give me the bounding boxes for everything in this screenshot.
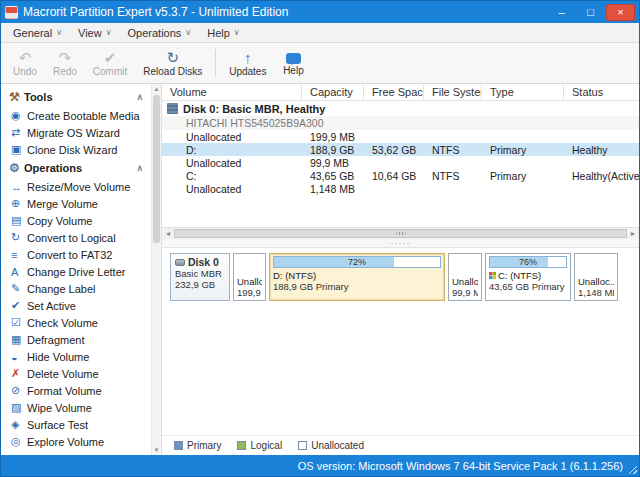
maximize-button[interactable]: □ <box>577 4 604 21</box>
undo-button[interactable]: ↶ Undo <box>5 43 45 83</box>
table-row-c[interactable]: C: 43,65 GB 10,64 GB NTFS Primary Health… <box>162 169 639 182</box>
menu-help[interactable]: Help ∨ <box>199 23 247 42</box>
sidebar-item-format-volume[interactable]: ⊘ Format Volume <box>1 382 151 399</box>
sidebar-item-resize-move-volume[interactable]: ↔ Resize/Move Volume <box>1 178 151 195</box>
menu-general[interactable]: General ∨ <box>5 23 70 42</box>
table-row-unallocated-3[interactable]: Unallocated 1,148 MB <box>162 182 639 195</box>
system-drive-icon <box>489 272 496 279</box>
disk-map-panel: Disk 0 Basic MBR 232,9 GB Unalloc... 199… <box>162 248 639 306</box>
column-volume[interactable]: Volume <box>162 84 302 100</box>
sidebar-item-merge-volume[interactable]: ⊕ Merge Volume <box>1 195 151 212</box>
sidebar-item-label: Create Bootable Media <box>27 110 140 122</box>
column-capacity[interactable]: Capacity <box>302 84 364 100</box>
sidebar-item-surface-test[interactable]: ◈ Surface Test <box>1 416 151 433</box>
minimize-button[interactable]: – <box>548 4 575 21</box>
block-label: D: (NTFS) <box>273 270 316 281</box>
wipe-volume-icon: ▨ <box>11 401 27 414</box>
sidebar-item-create-bootable-media[interactable]: ◉ Create Bootable Media <box>1 107 151 124</box>
column-type[interactable]: Type <box>482 84 564 100</box>
sidebar-item-hide-volume[interactable]: ◒ Hide Volume <box>1 348 151 365</box>
horizontal-scrollbar[interactable]: ◄ ► <box>162 227 639 239</box>
menu-bar: General ∨ View ∨ Operations ∨ Help ∨ <box>1 23 639 43</box>
chevron-up-icon[interactable]: ∧ <box>136 92 143 102</box>
sidebar-item-label: Wipe Volume <box>27 402 92 414</box>
disk-info-block[interactable]: Disk 0 Basic MBR 232,9 GB <box>170 253 230 301</box>
disk-model-row: HITACHI HTS545025B9A300 <box>162 116 639 130</box>
column-free-space[interactable]: Free Space <box>364 84 424 100</box>
partition-block-c[interactable]: 76% C: (NTFS) 43,65 GB Primary <box>485 253 571 301</box>
column-file-system[interactable]: File System <box>424 84 482 100</box>
menu-view[interactable]: View ∨ <box>70 23 120 42</box>
section-header-operations[interactable]: ⚙ Operations ∧ <box>1 158 151 178</box>
disk-name: Disk 0 <box>188 256 219 268</box>
sidebar-item-label: Change Label <box>27 283 96 295</box>
partition-block-unallocated-3[interactable]: Unalloc... 1,148 MB <box>574 253 618 301</box>
redo-label: Redo <box>53 66 77 77</box>
sidebar-item-label: Defragment <box>27 334 84 346</box>
sidebar-item-label: Delete Volume <box>27 368 99 380</box>
close-button[interactable]: × <box>606 4 635 21</box>
updates-icon: ↑ <box>244 50 252 65</box>
scroll-left-icon[interactable]: ◄ <box>162 230 174 237</box>
table-row-unallocated-2[interactable]: Unallocated 99,9 MB <box>162 156 639 169</box>
sidebar-item-clone-disk-wizard[interactable]: ▣ Clone Disk Wizard <box>1 141 151 158</box>
sidebar-item-convert-to-logical[interactable]: ↻ Convert to Logical <box>1 229 151 246</box>
splitter-handle[interactable] <box>162 239 639 248</box>
sidebar-item-set-active[interactable]: ✔ Set Active <box>1 297 151 314</box>
main-panel: Volume Capacity Free Space File System T… <box>161 84 639 455</box>
bootable-media-icon: ◉ <box>11 109 27 122</box>
legend-logical: Logical <box>237 440 282 451</box>
sidebar-item-change-label[interactable]: ✎ Change Label <box>1 280 151 297</box>
cell-volume: Unallocated <box>162 183 302 195</box>
scrollbar-thumb[interactable] <box>174 229 627 238</box>
cell-volume: Unallocated <box>162 131 302 143</box>
copy-icon: ▤ <box>11 214 27 227</box>
primary-swatch <box>174 441 183 450</box>
legend: Primary Logical Unallocated <box>162 435 639 455</box>
table-row-unallocated-1[interactable]: Unallocated 199,9 MB <box>162 130 639 143</box>
section-header-tools[interactable]: ⚒ Tools ∧ <box>1 87 151 107</box>
title-bar[interactable]: Macrorit Partition Expert v5.3.7 - Unlim… <box>1 1 639 23</box>
sidebar-item-explore-volume[interactable]: ◎ Explore Volume <box>1 433 151 450</box>
commit-button[interactable]: ✔ Commit <box>85 43 135 83</box>
scroll-right-icon[interactable]: ► <box>627 230 639 237</box>
set-active-icon: ✔ <box>11 299 27 312</box>
menu-label: Help <box>207 27 230 39</box>
partition-block-unallocated-2[interactable]: Unalloc... 99,9 MB <box>448 253 482 301</box>
sidebar-item-delete-volume[interactable]: ✗ Delete Volume <box>1 365 151 382</box>
partition-block-unallocated-1[interactable]: Unalloc... 199,9 MB <box>233 253 266 301</box>
usage-percent: 72% <box>274 257 440 267</box>
sidebar-item-copy-volume[interactable]: ▤ Copy Volume <box>1 212 151 229</box>
sidebar-item-change-drive-letter[interactable]: A Change Drive Letter <box>1 263 151 280</box>
table-empty-space <box>162 195 639 227</box>
disk-group-row[interactable]: Disk 0: Basic MBR, Healthy <box>162 101 639 116</box>
resize-grip-icon[interactable] <box>626 463 637 474</box>
table-row-d[interactable]: D: 188,9 GB 53,62 GB NTFS Primary Health… <box>162 143 639 156</box>
sidebar-item-wipe-volume[interactable]: ▨ Wipe Volume <box>1 399 151 416</box>
help-button[interactable]: Help <box>274 43 312 83</box>
cell-volume: C: <box>162 170 302 182</box>
sidebar-item-convert-to-fat32[interactable]: ≡ Convert to FAT32 <box>1 246 151 263</box>
chevron-up-icon[interactable]: ∧ <box>136 163 143 173</box>
scrollbar-thumb[interactable] <box>153 95 160 243</box>
partition-block-d[interactable]: 72% D: (NTFS) 188,9 GB Primary <box>269 253 445 301</box>
sidebar-item-defragment[interactable]: ▦ Defragment <box>1 331 151 348</box>
sidebar-item-label: Check Volume <box>27 317 98 329</box>
updates-button[interactable]: ↑ Updates <box>221 43 274 83</box>
sidebar-scrollbar[interactable]: ▲ ▼ <box>151 84 161 455</box>
app-window: Macrorit Partition Expert v5.3.7 - Unlim… <box>0 0 640 477</box>
sidebar-item-check-volume[interactable]: ☑ Check Volume <box>1 314 151 331</box>
commit-icon: ✔ <box>104 50 117 65</box>
redo-button[interactable]: ↷ Redo <box>45 43 85 83</box>
cell-status: Healthy <box>564 144 639 156</box>
reload-disks-button[interactable]: ↻ Reload Disks <box>135 43 210 83</box>
cell-capacity: 43,65 GB <box>302 170 364 182</box>
cell-free: 10,64 GB <box>364 170 424 182</box>
scroll-down-icon[interactable]: ▼ <box>152 445 161 455</box>
sidebar-item-migrate-os-wizard[interactable]: ⇄ Migrate OS Wizard <box>1 124 151 141</box>
reload-disks-label: Reload Disks <box>143 66 202 77</box>
column-status[interactable]: Status <box>564 84 639 100</box>
block-size: 99,9 MB <box>452 287 478 298</box>
scroll-up-icon[interactable]: ▲ <box>152 84 161 94</box>
menu-operations[interactable]: Operations ∨ <box>120 23 200 42</box>
